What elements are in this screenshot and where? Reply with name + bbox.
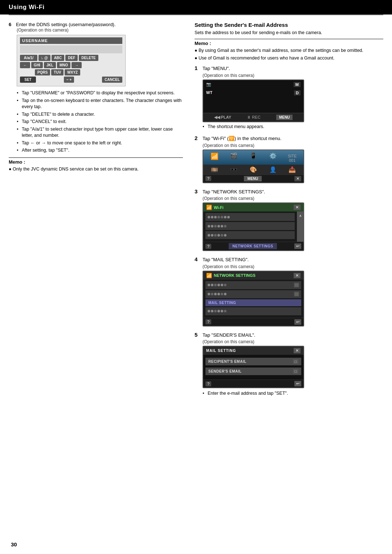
key-abc[interactable]: ABC — [52, 55, 65, 61]
key-pqrs[interactable]: PQRS — [35, 69, 50, 75]
net4-wifi-icon: 📶 — [206, 273, 212, 278]
right-step-5: 5 Tap "SENDER'S EMAIL". (Operation on th… — [195, 332, 383, 397]
key-def[interactable]: DEF — [65, 55, 78, 61]
step-5-op-text: (Operation on this camera) — [203, 339, 383, 344]
net4-mail-setting-btn[interactable]: MAIL SETTING — [205, 299, 301, 306]
wifi-close-icon[interactable]: ✕ — [294, 176, 301, 181]
mail-sender-btn[interactable]: SENDER'S EMAIL □ — [205, 368, 301, 375]
key-jkl[interactable]: JKL — [44, 62, 56, 68]
net4-item-1[interactable]: □ — [205, 281, 301, 289]
net4-check-1: □ — [294, 283, 299, 287]
net4-title-label: NETWORK SETTINGS — [214, 273, 256, 278]
mail-back-btn[interactable]: ↩ — [294, 381, 301, 386]
step-5-bullets: Enter the e-mail address and tap "SET". — [203, 390, 383, 397]
step-6-bullets: Tap "USERNAME" or "PASSWORD" to display … — [17, 90, 183, 154]
key-aa1[interactable]: A/a/1/ — [20, 55, 37, 61]
net4-header: 📶 NETWORK SETTINGS ✕ — [203, 271, 303, 280]
wifi-help-icon[interactable]: ? — [205, 176, 211, 181]
mail-recipient-label: RECIPIENT'S EMAIL — [208, 360, 246, 364]
step-3-op-text: (Operation on this camera) — [203, 196, 383, 201]
step-1-bullet-1: The shortcut menu appears. — [203, 124, 383, 130]
net3-item-2[interactable] — [205, 222, 295, 230]
content-area: 6 Enter the DDNS settings (username/pass… — [0, 15, 392, 416]
key-right-arrow[interactable]: → — [72, 62, 82, 68]
net4-list: □ □ — [203, 280, 303, 318]
net3-network-settings-btn[interactable]: NETWORK SETTINGS — [229, 243, 277, 249]
mail-recipient-check: □ — [293, 359, 298, 364]
key-left-arrow[interactable]: ← — [20, 62, 30, 68]
keyboard-input-field[interactable] — [20, 45, 122, 53]
wifi-menu-label[interactable]: MENU — [244, 176, 262, 181]
net4-item-3[interactable] — [205, 307, 301, 315]
net3-back-btn[interactable]: ↩ — [294, 243, 301, 249]
section-desc: Sets the address to be used for sending … — [195, 30, 383, 35]
wifi-icon-phone[interactable]: 📱 — [244, 152, 262, 163]
step-6-op-text: (Operation on this camera) — [17, 28, 69, 33]
wifi-icon-video[interactable]: 🎬 — [225, 152, 243, 163]
key-set[interactable]: SET — [20, 77, 36, 83]
wifi-icon-film[interactable]: 🎞️ — [205, 166, 224, 173]
net3-wifi-icon: 📶 — [206, 205, 212, 210]
key-sym[interactable]: :. @ — [38, 55, 50, 61]
keyboard-row-3: PQRS TUV WXYZ — [20, 69, 122, 75]
step-1-bullets: The shortcut menu appears. — [203, 124, 383, 130]
cam-icon-wt: WT — [206, 90, 212, 95]
keyboard-header: USERNAME — [20, 37, 122, 44]
mail-help-btn[interactable]: ? — [205, 381, 211, 386]
net3-item-1[interactable] — [205, 213, 295, 221]
mail-close-btn[interactable]: ✕ — [294, 348, 301, 353]
key-mno[interactable]: MNO — [57, 62, 70, 68]
wifi-icon-wifi[interactable]: 📶 — [205, 152, 224, 163]
key-ghi[interactable]: GHI — [31, 62, 43, 68]
keyboard-simulation: USERNAME A/a/1/ :. @ ABC DEF DELETE ← GH… — [17, 35, 126, 86]
wifi-bottom-icons: 🎞️ 🕶️ 🎨 👤 📥 — [203, 165, 303, 175]
right-memo-box: Memo : ● By using Gmail as the sender's … — [195, 39, 383, 61]
net3-dots-3 — [208, 234, 226, 237]
key-tuv[interactable]: TUV — [51, 69, 64, 75]
key-cancel[interactable]: CANCEL — [102, 77, 122, 83]
wifi-icon-grid: 📶 🎬 📱 ⚙️ SITE001 — [203, 150, 303, 165]
mail-setting-screen: MAIL SETTING ✕ RECIPIENT'S EMAIL □ SENDE… — [203, 346, 304, 388]
key-minus-plus[interactable]: – + — [64, 77, 74, 83]
step-6-number: 6 — [9, 22, 14, 27]
cam-bottom-bar: ◀◀ PLAY ⏸ REC MENU — [203, 113, 303, 122]
wifi-icon-art[interactable]: 🎨 — [244, 166, 262, 173]
right-memo-content: ● By using Gmail as the sender's mail ad… — [195, 48, 383, 61]
cam-menu-btn[interactable]: MENU — [276, 115, 293, 120]
wifi-icon-user[interactable]: 👤 — [264, 166, 282, 173]
mail-sender-check: □ — [293, 369, 298, 374]
left-memo-title: Memo : — [9, 159, 183, 165]
key-wxyz[interactable]: WXYZ — [65, 69, 80, 75]
bullet-1: Tap "USERNAME" or "PASSWORD" to display … — [17, 90, 183, 97]
network-settings-screen-3: 📶 Wi-Fi ✕ — [203, 202, 304, 251]
net3-list-area: ∧ — [203, 212, 303, 242]
net4-footer: ? ↩ — [203, 318, 303, 326]
net4-item-2[interactable]: □ — [205, 290, 301, 298]
right-step-3-header: 3 Tap "NETWORK SETTINGS". — [195, 188, 383, 196]
net3-help-btn[interactable]: ? — [205, 244, 211, 249]
right-step-3: 3 Tap "NETWORK SETTINGS". (Operation on … — [195, 188, 383, 251]
bullet-5: Tap "A/a/1" to select character input ty… — [17, 126, 183, 139]
mail-header-title: MAIL SETTING — [206, 349, 236, 353]
cam-play-btn[interactable]: ◀◀ PLAY — [214, 115, 231, 120]
step-1-op-text: (Operation on this camera) — [203, 73, 383, 78]
right-step-1-header: 1 Tap "MENU". — [195, 65, 383, 72]
key-delete[interactable]: DELETE — [79, 55, 98, 61]
net4-close-btn[interactable]: ✕ — [294, 273, 301, 278]
mail-recipient-btn[interactable]: RECIPIENT'S EMAIL □ — [205, 358, 301, 365]
net4-back-btn[interactable]: ↩ — [294, 319, 301, 325]
net4-help-btn[interactable]: ? — [205, 319, 211, 324]
right-step-2-header: 2 Tap "Wi-Fi" (🛜) in the shortcut menu. — [195, 135, 383, 142]
wifi-icon-settings[interactable]: ⚙️ — [264, 152, 282, 163]
right-step-5-header: 5 Tap "SENDER'S EMAIL". — [195, 332, 383, 339]
mail-sender-label: SENDER'S EMAIL — [208, 369, 242, 373]
camera-main-screen: 📷 M WT D ◀◀ PLAY ⏸ REC MENU — [203, 79, 304, 122]
cam-pause-btn[interactable]: ⏸ REC — [247, 115, 260, 119]
wifi-icon-extra[interactable]: 📥 — [283, 166, 301, 173]
net3-close-btn[interactable]: ✕ — [294, 205, 301, 210]
net3-scrollbar[interactable]: ∧ — [297, 212, 303, 242]
wifi-icon-glasses[interactable]: 🕶️ — [225, 166, 243, 173]
page-container: Using Wi-Fi 6 Enter the DDNS settings (u… — [0, 0, 392, 554]
network-settings-screen-4: 📶 NETWORK SETTINGS ✕ — [203, 271, 304, 327]
net3-item-3[interactable] — [205, 231, 295, 239]
